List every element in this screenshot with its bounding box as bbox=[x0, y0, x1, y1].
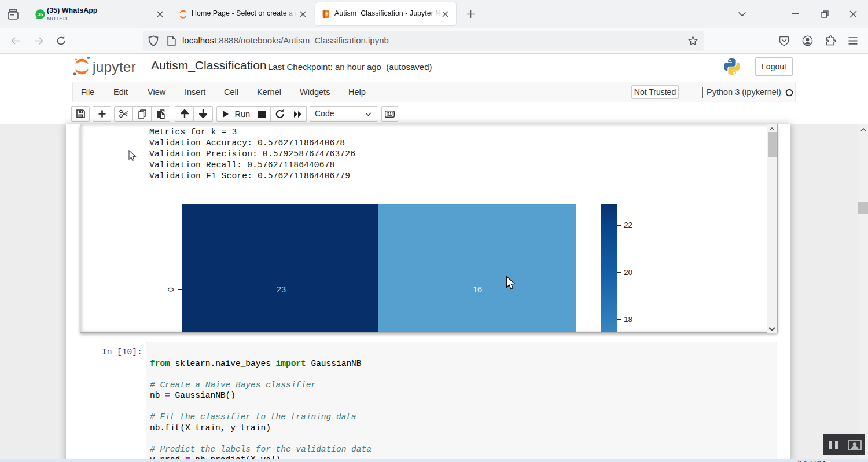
svg-text:35: 35 bbox=[38, 12, 43, 17]
